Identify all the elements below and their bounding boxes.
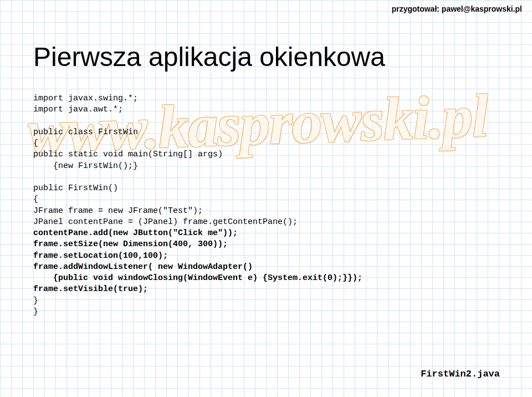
- code-line: import java.awt.*;: [33, 105, 123, 114]
- code-line: public static void main(String[] args): [33, 150, 223, 159]
- code-line: public class FirstWin: [33, 128, 138, 137]
- code-line: JFrame frame = new JFrame("Test");: [33, 206, 203, 216]
- code-block: import javax.swing.*; import java.awt.*;…: [33, 93, 499, 318]
- code-line: }: [33, 307, 38, 317]
- code-line: JPanel contentPane = (JPanel) frame.getC…: [33, 217, 298, 227]
- code-line: {new FirstWin();}: [33, 161, 138, 171]
- code-line: {: [33, 139, 38, 148]
- code-line: frame.setLocation(100,100);: [33, 251, 168, 261]
- code-line: import javax.swing.*;: [33, 94, 138, 103]
- code-line: }: [33, 296, 38, 306]
- code-line: frame.setSize(new Dimension(400, 300));: [33, 240, 228, 249]
- slide-content: Pierwsza aplikacja okienkowa import java…: [0, 0, 532, 318]
- code-line: {: [33, 195, 38, 204]
- code-line: {public void windowClosing(WindowEvent e…: [33, 273, 362, 283]
- code-line: frame.setVisible(true);: [33, 284, 148, 294]
- code-line: public FirstWin(): [33, 184, 118, 193]
- code-line: frame.addWindowListener( new WindowAdapt…: [33, 262, 253, 272]
- slide-title: Pierwsza aplikacja okienkowa: [33, 42, 499, 72]
- filename-label: FirstWin2.java: [421, 369, 500, 379]
- code-line: contentPane.add(new JButton("Click me"))…: [33, 228, 238, 238]
